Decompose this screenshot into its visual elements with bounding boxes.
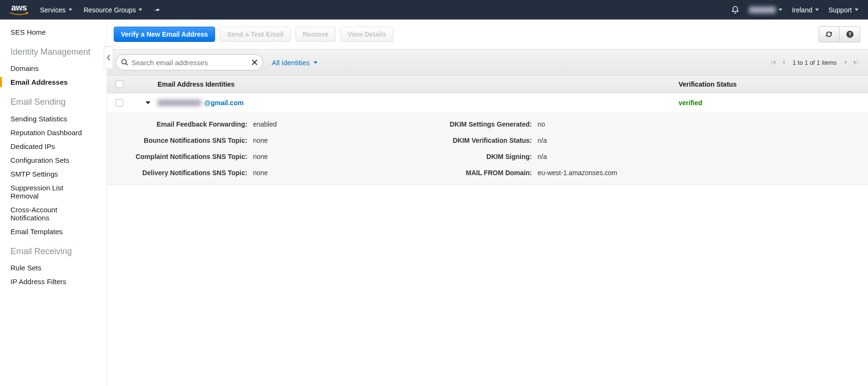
chevron-down-icon [145, 100, 151, 105]
value-dkim-verification: n/a [538, 137, 745, 144]
account-name-masked [749, 7, 776, 13]
value-feedback-forwarding: enabled [253, 120, 431, 128]
label-dkim-generated: DKIM Settings Generated: [450, 120, 532, 128]
search-icon [121, 59, 128, 66]
pager: 1 to 1 of 1 items [770, 59, 860, 66]
row-checkbox[interactable] [116, 99, 123, 107]
nav-account[interactable] [749, 7, 782, 13]
sidebar-smtp-settings[interactable]: SMTP Settings [10, 170, 100, 178]
sidebar-suppression-list-removal[interactable]: Suppression List Removal [10, 184, 82, 200]
caret-down-icon [138, 9, 142, 11]
label-delivery-sns: Delivery Notifications SNS Topic: [136, 169, 247, 177]
label-complaint-sns: Complaint Notifications SNS Topic: [136, 153, 247, 160]
select-all-checkbox[interactable] [116, 80, 123, 88]
svg-line-3 [126, 63, 128, 65]
row-email-link[interactable]: @gmail.com [158, 99, 679, 107]
notifications-icon[interactable] [731, 6, 740, 14]
sidebar-section-sending: Email Sending [10, 97, 100, 108]
pager-last[interactable] [853, 59, 859, 66]
row-expand-toggle[interactable] [138, 100, 158, 105]
email-localpart-masked [158, 99, 201, 106]
value-dkim-generated: no [538, 120, 745, 128]
view-details-button[interactable]: View Details [340, 27, 393, 42]
verify-new-email-button[interactable]: Verify a New Email Address [114, 27, 215, 42]
value-delivery-sns: none [253, 169, 431, 177]
row-status: verified [679, 99, 859, 107]
label-feedback-forwarding: Email Feedback Forwarding: [136, 120, 247, 128]
sidebar-dedicated-ips[interactable]: Dedicated IPs [10, 142, 100, 150]
sidebar-rule-sets[interactable]: Rule Sets [10, 264, 100, 272]
caret-down-icon [314, 61, 317, 64]
nav-resource-groups[interactable]: Resource Groups [84, 6, 143, 14]
top-nav: aws Services Resource Groups Ireland Sup… [0, 0, 868, 20]
identity-filter-label: All identities [272, 59, 310, 67]
table-header: Email Address Identities Verification St… [107, 76, 868, 93]
nav-support-label: Support [829, 6, 852, 14]
pager-text: 1 to 1 of 1 items [793, 59, 837, 66]
pager-next[interactable] [843, 59, 849, 66]
nav-region[interactable]: Ireland [792, 6, 819, 14]
nav-services-label: Services [40, 6, 66, 14]
chevron-left-icon [107, 55, 110, 60]
sidebar-section-identity: Identity Management [10, 47, 100, 58]
nav-support[interactable]: Support [829, 6, 858, 14]
svg-point-2 [122, 59, 126, 64]
caret-down-icon [855, 9, 858, 11]
send-test-email-button[interactable]: Send a Test Email [220, 27, 291, 42]
sidebar-ses-home[interactable]: SES Home [10, 28, 100, 36]
sidebar-section-receiving: Email Receiving [10, 246, 100, 257]
nav-services[interactable]: Services [40, 6, 72, 14]
svg-text:?: ? [848, 31, 851, 37]
search-box [116, 54, 263, 70]
caret-down-icon [69, 9, 72, 11]
remove-button[interactable]: Remove [296, 27, 335, 42]
main-content: Verify a New Email Address Send a Test E… [107, 20, 868, 386]
detail-left-col: Email Feedback Forwarding: enabled Bounc… [136, 120, 431, 177]
sidebar-cross-account-notifications[interactable]: Cross-Account Notifications [10, 206, 82, 222]
aws-swoosh-icon [10, 12, 29, 17]
column-status-header[interactable]: Verification Status [679, 80, 859, 88]
sidebar-domains[interactable]: Domains [10, 64, 100, 72]
column-email-header[interactable]: Email Address Identities [158, 80, 679, 88]
refresh-button[interactable] [819, 26, 839, 42]
table-row: @gmail.com verified [107, 93, 868, 113]
email-suffix: @gmail.com [204, 99, 244, 107]
caret-down-icon [779, 9, 782, 11]
label-bounce-sns: Bounce Notifications SNS Topic: [136, 137, 247, 144]
sidebar-email-addresses[interactable]: Email Addresses [10, 78, 68, 86]
pager-prev[interactable] [780, 59, 786, 66]
pin-icon[interactable] [153, 5, 162, 14]
caret-down-icon [815, 9, 819, 11]
sidebar: SES Home Identity Management Domains Ema… [0, 20, 107, 386]
sidebar-collapse-handle[interactable] [104, 46, 113, 69]
filter-bar: All identities 1 to 1 of 1 items [107, 49, 868, 76]
identity-filter-dropdown[interactable]: All identities [272, 59, 317, 67]
value-mail-from-domain: eu-west-1.amazonses.com [538, 169, 745, 177]
toolbar: Verify a New Email Address Send a Test E… [107, 20, 868, 49]
label-dkim-verification: DKIM Verification Status: [450, 137, 532, 144]
search-input[interactable] [131, 59, 248, 67]
help-icon: ? [846, 30, 854, 39]
pager-first[interactable] [770, 59, 777, 66]
refresh-icon [825, 30, 833, 39]
sidebar-reputation-dashboard[interactable]: Reputation Dashboard [10, 129, 100, 137]
help-button[interactable]: ? [839, 26, 860, 42]
sidebar-email-templates[interactable]: Email Templates [10, 228, 100, 236]
value-bounce-sns: none [253, 137, 431, 144]
aws-logo[interactable]: aws [10, 3, 29, 17]
label-mail-from-domain: MAIL FROM Domain: [450, 169, 532, 177]
sidebar-sending-statistics[interactable]: Sending Statistics [10, 115, 100, 123]
value-dkim-signing: n/a [538, 153, 745, 160]
detail-right-col: DKIM Settings Generated: no DKIM Verific… [450, 120, 745, 177]
label-dkim-signing: DKIM Signing: [450, 153, 532, 160]
nav-resource-groups-label: Resource Groups [84, 6, 136, 14]
value-complaint-sns: none [253, 153, 431, 160]
sidebar-ip-address-filters[interactable]: IP Address Filters [10, 277, 100, 286]
page-body: SES Home Identity Management Domains Ema… [0, 20, 868, 386]
nav-region-label: Ireland [792, 6, 812, 14]
sidebar-configuration-sets[interactable]: Configuration Sets [10, 156, 100, 164]
row-detail-panel: Email Feedback Forwarding: enabled Bounc… [107, 113, 868, 185]
clear-search-icon[interactable] [251, 59, 258, 66]
